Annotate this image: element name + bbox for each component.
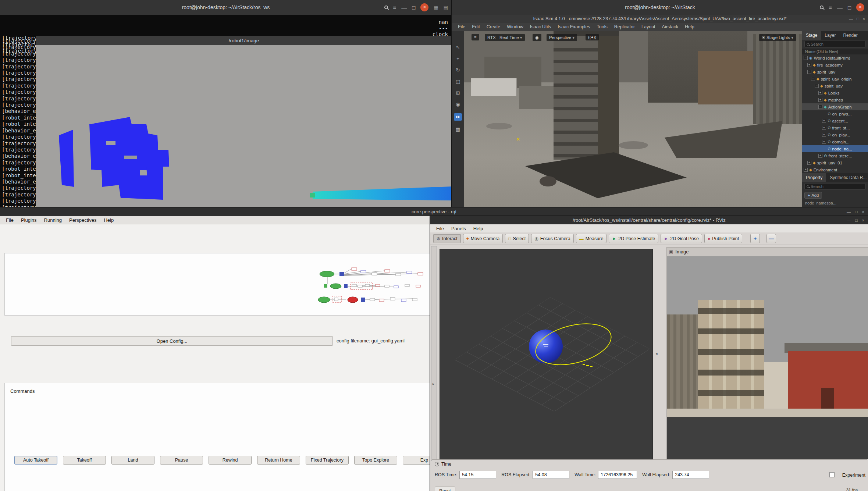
stage-search-input[interactable]: Search: [804, 41, 866, 47]
expander-icon[interactable]: [818, 98, 822, 102]
command-button[interactable]: Fixed Trajectory: [306, 456, 349, 465]
camera-icon[interactable]: ◉: [533, 34, 541, 41]
menu-item[interactable]: Help: [470, 226, 487, 231]
terminal-window-titlebar[interactable]: root@john-desktop: ~/AirStack/ros_ws ≡ —…: [0, 0, 452, 15]
tab-property[interactable]: Property: [802, 173, 826, 182]
pause-icon[interactable]: ▮▮: [454, 113, 462, 121]
rviz-tool-button[interactable]: ► 2D Goal Pose: [661, 234, 702, 243]
stage-tree-item[interactable]: on_phys...: [802, 110, 868, 117]
command-button[interactable]: Land: [111, 456, 154, 465]
minimize-icon[interactable]: —: [849, 17, 853, 21]
stage-tree-item[interactable]: spirit_uav: [802, 82, 868, 89]
experiment-checkbox[interactable]: [829, 472, 835, 477]
viewport-menu-icon[interactable]: ≡: [472, 34, 479, 40]
close-icon[interactable]: ×: [856, 3, 864, 11]
viewport-3d-scene[interactable]: × ≡ RTX - Real-Time ◉ Perspective ((●)) …: [464, 31, 802, 207]
menu-item[interactable]: Isaac Utils: [527, 24, 555, 29]
stage-tree-item[interactable]: spirit_uav: [802, 68, 868, 75]
menu-item[interactable]: Tools: [594, 24, 611, 29]
close-icon[interactable]: ×: [863, 17, 865, 21]
time-field-value[interactable]: 54.08: [533, 471, 569, 479]
add-button[interactable]: Add: [804, 192, 822, 199]
search-icon[interactable]: [384, 6, 388, 9]
panel-grid-icon[interactable]: ▦: [456, 127, 460, 132]
expander-icon[interactable]: [815, 84, 819, 88]
maximize-icon[interactable]: □: [412, 4, 415, 11]
menu-item[interactable]: Plugins: [17, 217, 40, 223]
rviz-tool-button[interactable]: ⊕ Interact: [433, 234, 461, 243]
rviz-tool-button[interactable]: ● Publish Point: [704, 234, 742, 243]
minimize-icon[interactable]: —: [847, 210, 851, 214]
camera-capture-icon[interactable]: ◉: [456, 102, 460, 107]
expander-icon[interactable]: [807, 63, 811, 67]
rviz-3d-view[interactable]: [440, 249, 653, 459]
behavior-tree-graph[interactable]: [317, 266, 431, 312]
expander-icon[interactable]: [804, 56, 808, 60]
rviz-tool-button[interactable]: ▬ Measure: [576, 234, 607, 243]
tab-render[interactable]: Render: [839, 31, 861, 40]
open-config-button[interactable]: Open Config...: [11, 336, 333, 346]
add-tool-button[interactable]: +: [750, 234, 760, 243]
scale-tool-icon[interactable]: ◱: [456, 79, 460, 84]
expander-icon[interactable]: [807, 161, 811, 165]
maximize-icon[interactable]: □: [857, 17, 859, 21]
menu-item[interactable]: Help: [682, 24, 698, 29]
expander-icon[interactable]: [818, 91, 822, 95]
stage-tree-item[interactable]: domain...: [802, 138, 868, 145]
stage-tree-item[interactable]: World (defaultPrim): [802, 54, 868, 61]
command-button[interactable]: Return Home: [257, 456, 300, 465]
menu-item[interactable]: Create: [483, 24, 504, 29]
camera-dropdown[interactable]: Perspective: [547, 34, 577, 41]
menu-item[interactable]: Window: [504, 24, 526, 29]
stage-tree-item[interactable]: fire_academy: [802, 61, 868, 68]
menu-item[interactable]: Panels: [448, 226, 470, 231]
time-panel-header[interactable]: Time: [435, 462, 451, 467]
menu-icon[interactable]: ≡: [393, 4, 396, 11]
expander-icon[interactable]: [822, 133, 826, 137]
expander-icon[interactable]: [822, 140, 826, 144]
close-icon[interactable]: ×: [862, 210, 864, 214]
stage-sort-header[interactable]: Name (Old to New): [802, 49, 868, 54]
maximize-icon[interactable]: □: [855, 210, 858, 214]
menu-item[interactable]: Perspectives: [65, 217, 100, 223]
time-field-value[interactable]: 1726163996.25: [598, 471, 637, 479]
command-button[interactable]: Auto Takeoff: [14, 456, 57, 465]
stage-tree-item[interactable]: ActionGraph: [802, 103, 868, 110]
menu-item[interactable]: Layout: [638, 24, 659, 29]
stage-tree-item[interactable]: front_stere...: [802, 152, 868, 159]
live-sync-icon[interactable]: ((●)): [586, 34, 599, 40]
stage-lights-dropdown[interactable]: ☀ Stage Lights: [759, 34, 796, 41]
maximize-icon[interactable]: □: [848, 4, 851, 11]
menu-item[interactable]: Airstack: [659, 24, 682, 29]
minimize-icon[interactable]: —: [847, 218, 851, 223]
menu-item[interactable]: Running: [40, 217, 65, 223]
remove-tool-button[interactable]: —: [766, 234, 776, 243]
stage-tree-item[interactable]: meshes: [802, 96, 868, 103]
close-icon[interactable]: ×: [862, 218, 864, 223]
image-panel-header[interactable]: ▣ Image: [667, 248, 868, 256]
stage-tree-item[interactable]: ascent...: [802, 117, 868, 124]
menu-item[interactable]: Help: [100, 217, 117, 223]
search-icon[interactable]: [820, 6, 823, 9]
snap-tool-icon[interactable]: ⊞: [456, 90, 460, 96]
stage-tree-item[interactable]: front_st...: [802, 124, 868, 131]
robot1-image-window[interactable]: /robot1/image: [36, 36, 452, 211]
tab-stage[interactable]: Stage: [802, 31, 821, 40]
workspace-tiles-icon[interactable]: ▦: [434, 5, 438, 10]
expander-icon[interactable]: [822, 126, 826, 130]
property-search-input[interactable]: Search: [804, 183, 866, 190]
expander-icon[interactable]: [811, 77, 815, 81]
tab-layer[interactable]: Layer: [821, 31, 839, 40]
command-button[interactable]: Topo Explore: [354, 456, 397, 465]
menu-item[interactable]: Isaac Examples: [554, 24, 593, 29]
time-field-value[interactable]: 54.15: [459, 471, 496, 479]
menu-item[interactable]: Replicator: [611, 24, 638, 29]
stage-tree-item[interactable]: on_play...: [802, 131, 868, 138]
rviz-tool-button[interactable]: □ Select: [505, 234, 529, 243]
minimize-icon[interactable]: —: [401, 4, 407, 11]
rotate-tool-icon[interactable]: ↻: [456, 68, 460, 73]
menu-item[interactable]: File: [2, 217, 17, 223]
collapse-panel-icon[interactable]: ◂: [655, 351, 658, 356]
rviz-tool-button[interactable]: + Move Camera: [463, 234, 503, 243]
stage-tree-item[interactable]: spirit_uav_origin: [802, 75, 868, 82]
